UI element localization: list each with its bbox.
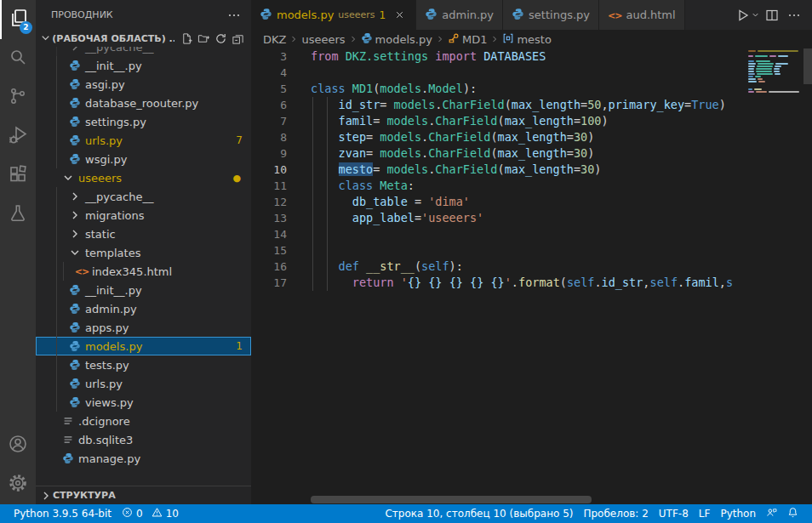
workspace-section-header[interactable]: (РАБОЧАЯ ОБЛАСТЬ) ... [36, 30, 251, 47]
status-indentation[interactable]: Пробелов: 2 [578, 504, 653, 523]
tree-item-apps.py[interactable]: apps.py [36, 318, 251, 337]
code-line-11[interactable]: 11 class Meta: [251, 178, 812, 194]
code-line-6[interactable]: 6 id_str= models.CharField(max_length=50… [251, 97, 812, 113]
status-notifications[interactable] [782, 504, 803, 523]
activity-bar-run-and-debug[interactable] [0, 117, 36, 156]
tree-item-urls.py[interactable]: urls.py7 [36, 131, 251, 150]
editor-more-actions[interactable] [783, 4, 805, 26]
tab-models.py[interactable]: models.pyuseeers1 [251, 0, 416, 30]
breadcrumb-item-useeers[interactable]: useeers [301, 33, 345, 46]
tree-item-__pycache__[interactable]: __pycache__ [36, 187, 251, 206]
code-line-7[interactable]: 7 famil= models.CharField(max_length=100… [251, 113, 812, 129]
split-editor-button[interactable] [761, 4, 783, 26]
code-line-10[interactable]: 10 mesto= models.CharField(max_length=30… [251, 162, 812, 178]
tab-aud.html[interactable]: <>aud.html [599, 0, 685, 30]
indent-guide [56, 318, 57, 337]
status-language-mode[interactable]: Python [715, 504, 761, 523]
new-file-icon [180, 32, 193, 45]
tree-item-__pycache__[interactable]: __pycache__ [36, 47, 251, 56]
activity-bar-testing[interactable] [0, 196, 36, 235]
indent-guide [56, 393, 57, 412]
tree-item-label: database_roouter.py [85, 97, 198, 110]
tree-item-label: .dcignore [78, 415, 130, 428]
new-folder-icon [197, 32, 210, 45]
tree-item-tests.py[interactable]: tests.py [36, 355, 251, 374]
activity-bar-source-control[interactable] [0, 78, 36, 117]
horizontal-scrollbar[interactable] [311, 496, 592, 503]
refresh-explorer-button[interactable] [212, 30, 229, 47]
status-cursor-position[interactable]: Строка 10, столбец 10 (выбрано 5) [380, 504, 578, 523]
run-dropdown[interactable] [749, 4, 761, 26]
tree-item-asgi.py[interactable]: asgi.py [36, 75, 251, 94]
minimap-line [748, 68, 803, 70]
tree-item-settings.py[interactable]: settings.py [36, 112, 251, 131]
tree-item-database_roouter.py[interactable]: database_roouter.py [36, 94, 251, 112]
indent-guide [327, 97, 328, 291]
vertical-scrollbar[interactable] [803, 48, 812, 84]
tree-item-urls.py[interactable]: urls.py [36, 374, 251, 393]
code-line-3[interactable]: 3from DKZ.settings import DATABASES [251, 48, 812, 65]
new-file-button[interactable] [178, 30, 195, 47]
chevron-right-icon [68, 190, 82, 203]
code-line-15[interactable]: 15 [251, 242, 812, 259]
code-line-9[interactable]: 9 zvan= models.CharField(max_length=30) [251, 145, 812, 162]
breadcrumb-item-models.py[interactable]: models.py [361, 32, 432, 47]
activity-bar-search[interactable] [0, 39, 36, 78]
code-editor[interactable]: 3from DKZ.settings import DATABASES45cla… [251, 48, 812, 504]
tree-item-admin.py[interactable]: admin.py [36, 299, 251, 318]
code-line-17[interactable]: 17 return '{} {} {} {} {}'.format(self.i… [251, 275, 812, 291]
tab-close-button[interactable] [392, 8, 407, 23]
status-encoding[interactable]: UTF-8 [654, 504, 694, 523]
collapse-folders-button[interactable] [229, 30, 246, 47]
activity-bar-accounts[interactable] [0, 426, 36, 465]
code-line-4[interactable]: 4 [251, 65, 812, 81]
tree-item-index345.html[interactable]: <>index345.html [36, 262, 251, 281]
code-line-14[interactable]: 14 [251, 226, 812, 242]
outline-section-header[interactable]: СТРУКТУРА [36, 486, 251, 504]
tree-item-views.py[interactable]: views.py [36, 393, 251, 412]
code-line-13[interactable]: 13 app_label='useeers' [251, 210, 812, 226]
tree-item-manage.py[interactable]: manage.py [36, 449, 251, 468]
tree-item-useeers[interactable]: useeers● [36, 168, 251, 187]
tree-item-__init__.py[interactable]: __init__.py [36, 281, 251, 299]
tab-settings.py[interactable]: settings.py [503, 0, 599, 30]
activity-bar-explorer[interactable]: 2 [0, 0, 36, 39]
python-file-icon [68, 358, 82, 372]
minimap[interactable] [748, 48, 803, 504]
status-problems[interactable]: 010 [117, 504, 184, 523]
search-icon [8, 47, 28, 71]
code-line-5[interactable]: 5class MD1(models.Model): [251, 81, 812, 97]
python-file-icon [512, 8, 524, 23]
chevron-right-icon [68, 47, 82, 54]
code-line-16[interactable]: 16 def __str__(self): [251, 259, 812, 275]
error-icon [122, 507, 133, 520]
tree-item-static[interactable]: static [36, 225, 251, 243]
breadcrumb-item-mesto[interactable]: mesto [502, 32, 552, 47]
python-file-icon [68, 96, 82, 110]
explorer-more-actions[interactable] [226, 7, 243, 24]
code-line-12[interactable]: 12 db_table = 'dima' [251, 194, 812, 210]
line-number: 8 [251, 129, 311, 145]
new-folder-button[interactable] [195, 30, 212, 47]
tree-item-.dcignore[interactable]: .dcignore [36, 412, 251, 430]
tree-item-models.py[interactable]: models.py1 [36, 337, 251, 355]
status-feedback[interactable] [761, 504, 782, 523]
tab-admin.py[interactable]: admin.py [416, 0, 503, 30]
tree-item-migrations[interactable]: migrations [36, 206, 251, 225]
code-line-8[interactable]: 8 step= models.CharField(max_length=30) [251, 129, 812, 145]
breadcrumb-item-MD1[interactable]: MD1 [448, 32, 488, 47]
status-python-interpreter[interactable]: Python 3.9.5 64-bit [9, 504, 117, 523]
activity-bar-manage[interactable] [0, 465, 36, 504]
status-eol[interactable]: LF [694, 504, 716, 523]
error-count: 0 [136, 508, 143, 520]
tab-label: settings.py [529, 9, 590, 21]
tree-item-db.sqlite3[interactable]: db.sqlite3 [36, 430, 251, 449]
activity-bar-extensions[interactable] [0, 156, 36, 196]
breadcrumb-item-DKZ[interactable]: DKZ [263, 33, 286, 46]
python-file-icon [68, 395, 82, 409]
tree-item-__init__.py[interactable]: __init__.py [36, 56, 251, 75]
tree-item-wsgi.py[interactable]: wsgi.py [36, 150, 251, 168]
chevron-down-icon [61, 171, 75, 185]
tree-item-templates[interactable]: templates [36, 243, 251, 262]
tab-bar: models.pyuseeers1admin.pysettings.py<>au… [251, 0, 812, 30]
